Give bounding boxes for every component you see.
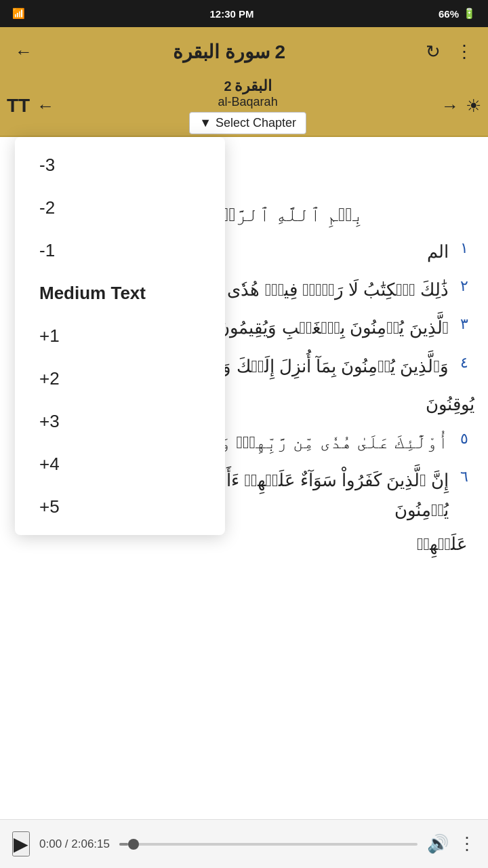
toolbar: TT ← 2 البقرة al-Baqarah ▼ Select Chapte… [0,76,488,137]
more-button[interactable]: ⋮ [455,41,473,62]
app-bar-actions: ↻ ⋮ [426,41,473,62]
status-time: 12:30 PM [209,8,253,20]
status-signal: 📶 [12,7,25,20]
verse-number: ٦ [454,468,474,486]
toolbar-right: → ☀ [441,96,481,117]
toolbar-center: 2 البقرة al-Baqarah ▼ Select Chapter [54,77,441,134]
audio-progress-bar[interactable] [119,843,418,846]
dropdown-item[interactable]: +4 [15,443,225,486]
battery-text: 66% [439,8,459,20]
dropdown-item[interactable]: Medium Text [15,272,225,315]
dropdown-item[interactable]: +2 [15,357,225,400]
content-area: -3-2-1Medium Text+1+2+3+4+5 heifer بِسۡم… [0,137,488,613]
toolbar-left: TT ← [7,95,54,117]
verse-number: ٢ [454,277,474,295]
chapter-name-english: al-Baqarah [218,95,278,109]
text-size-button[interactable]: TT [7,95,30,117]
chapter-info: 2 البقرة [224,77,272,95]
dropdown-arrow-icon: ▼ [199,116,211,130]
signal-icon: 📶 [12,7,25,20]
volume-icon[interactable]: 🔊 [427,833,449,854]
status-bar: 📶 12:30 PM 66% 🔋 [0,0,488,27]
audio-bar: ▶ 0:00 / 2:06:15 🔊 ⋮ [0,819,488,868]
select-chapter-button[interactable]: ▼ Select Chapter [189,112,306,134]
brightness-icon[interactable]: ☀ [466,96,481,117]
back-button[interactable]: ← [15,41,33,62]
refresh-button[interactable]: ↻ [426,41,441,62]
verse-number: ٣ [454,315,474,333]
verse-number: ٥ [454,430,474,448]
dropdown-item[interactable]: -2 [15,186,225,229]
audio-more-button[interactable]: ⋮ [458,833,476,854]
battery-icon: 🔋 [463,7,476,20]
dropdown-item[interactable]: +1 [15,315,225,357]
audio-progress-fill [119,843,128,846]
play-button[interactable]: ▶ [12,831,30,856]
dropdown-item[interactable]: -1 [15,229,225,272]
chapter-name-arabic: البقرة [235,77,272,95]
dropdown-item[interactable]: +3 [15,400,225,443]
audio-current-time: 0:00 / 2:06:15 [39,837,110,851]
select-chapter-label: Select Chapter [216,116,296,130]
app-bar-title: 2 سورة البقرة [173,41,285,63]
next-chapter-button[interactable]: → [441,96,459,117]
prev-chapter-button[interactable]: ← [37,96,54,117]
text-size-dropdown: -3-2-1Medium Text+1+2+3+4+5 [15,137,225,535]
dropdown-item[interactable]: -3 [15,144,225,186]
verse-number: ٤ [454,354,474,372]
app-bar: ← 2 سورة البقرة ↻ ⋮ [0,27,488,76]
audio-progress-dot [128,839,139,850]
dropdown-item[interactable]: +5 [15,486,225,528]
chapter-number: 2 [224,79,232,94]
verse-number: ١ [454,239,474,257]
status-battery: 66% 🔋 [439,7,476,20]
